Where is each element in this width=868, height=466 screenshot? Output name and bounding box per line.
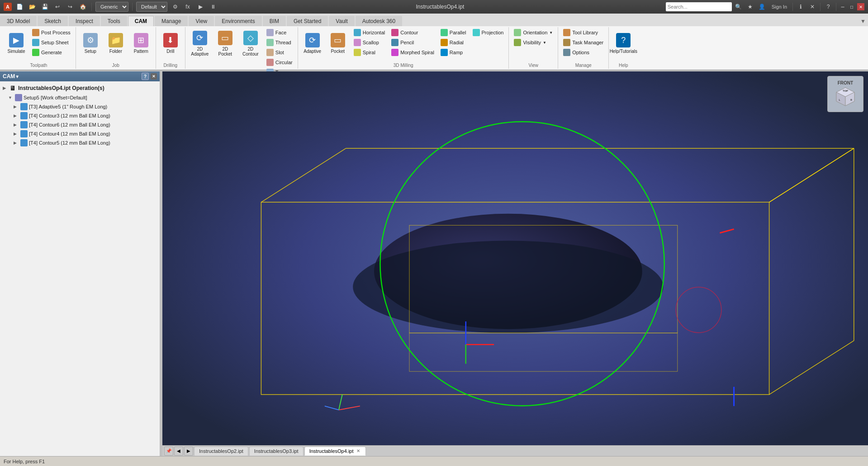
new-btn[interactable]: 📄 [14,2,24,12]
op4-expander[interactable]: ▶ [14,141,19,145]
scallop-btn[interactable]: Scallop [351,38,388,47]
setup-expander[interactable]: ▼ [8,95,14,100]
setup-sheet-btn[interactable]: Setup Sheet [30,38,73,47]
thread-btn[interactable]: Thread [264,38,295,47]
op2-expander[interactable]: ▶ [14,122,19,127]
spiral-btn[interactable]: Spiral [351,48,388,57]
tab-op4[interactable]: InstructablesOp4.ipt ✕ [304,447,366,456]
tab-cam[interactable]: CAM [128,16,154,26]
tree-op-2[interactable]: ▶ [T4] Contour6 (12 mm Ball EM Long) [12,120,159,129]
tab-sketch[interactable]: Sketch [38,16,68,26]
ribbon-expand-btn[interactable]: ▼ [858,16,868,26]
tab-nav-prev[interactable]: 📌 [164,447,173,456]
open-btn[interactable]: 📂 [27,2,37,12]
viewcube[interactable]: FRONT TOP L R [827,76,863,112]
group-2dmilling: ⟳ 2D Adaptive ▭ 2D Pocket ◇ 2D Contour F… [185,27,298,69]
setup-btn[interactable]: ⚙ Setup [79,28,102,59]
face-btn[interactable]: Face [264,28,295,37]
render-dropdown[interactable]: DefaultDefault [136,2,167,12]
adaptive-btn[interactable]: ⟳ Adaptive [301,28,324,59]
tab-vault[interactable]: Vault [329,16,354,26]
save-btn[interactable]: 💾 [40,2,50,12]
contour3d-btn[interactable]: Contour [389,28,436,37]
redo-btn[interactable]: ↪ [65,2,75,12]
run-btn[interactable]: ▶ [195,2,205,12]
pocket3d-btn[interactable]: ▭ Pocket [326,28,350,59]
undo-btn[interactable]: ↩ [52,2,62,12]
app-icon[interactable]: A [4,3,12,11]
tab-3dmodel[interactable]: 3D Model [0,16,37,26]
search-icon[interactable]: 🔍 [734,2,744,12]
group-drilling-content: ⬇ Drill [159,28,182,62]
info-icon[interactable]: ℹ [796,2,806,12]
tree-op-3[interactable]: ▶ [T4] Contour4 (12 mm Ball EM Long) [12,129,159,138]
op3-expander[interactable]: ▶ [14,132,19,136]
tree-setup[interactable]: ▼ Setup5 [Work offset=Default] [6,93,159,102]
fx-btn[interactable]: fx [183,2,193,12]
drill-btn[interactable]: ⬇ Drill [159,28,182,59]
help-icon[interactable]: ? [823,2,833,12]
tab-view[interactable]: View [189,16,214,26]
root-expander[interactable]: ▶ [3,86,8,90]
ribbon-tabs: 3D Model Sketch Inspect Tools CAM Manage… [0,14,868,26]
op0-expander[interactable]: ▶ [14,104,19,109]
parallel-btn[interactable]: Parallel [438,28,469,37]
tab-inspect[interactable]: Inspect [69,16,100,26]
2dadaptive-btn[interactable]: ⟳ 2D Adaptive [188,28,212,59]
tab-tools[interactable]: Tools [101,16,127,26]
signin-btn[interactable]: Sign In [769,4,790,9]
post-process-btn[interactable]: Post Process [30,28,73,37]
minimize-btn[interactable]: ─ [839,3,846,10]
visibility-btn[interactable]: Visibility ▼ [512,38,555,47]
tab-bim[interactable]: BIM [263,16,286,26]
tab-environments[interactable]: Environments [215,16,261,26]
task-manager-btn[interactable]: Task Manager [561,38,606,47]
radial-btn[interactable]: Radial [438,38,469,47]
settings-btn[interactable]: ⚙ [170,2,180,12]
search-input[interactable] [666,2,732,11]
viewport[interactable]: FRONT TOP L R [162,71,868,456]
user-icon[interactable]: 👤 [757,2,767,12]
debug-btn[interactable]: ⏸ [208,2,218,12]
tab-getstarted[interactable]: Get Started [287,16,328,26]
maximize-btn[interactable]: □ [848,3,855,10]
tab-autodesk360[interactable]: Autodesk 360 [356,16,402,26]
favorites-icon[interactable]: ★ [745,2,755,12]
tab-op4-close[interactable]: ✕ [356,448,361,454]
tab-manage[interactable]: Manage [155,16,188,26]
tree-op-1[interactable]: ▶ [T4] Contour3 (12 mm Ball EM Long) [12,111,159,120]
simulate-btn[interactable]: ▶ Simulate [5,28,28,59]
options-btn[interactable]: Options [561,48,606,57]
horizontal-btn[interactable]: Horizontal [351,28,388,37]
help-tutorials-btn[interactable]: ? Help/Tutorials [612,28,635,59]
ramp-btn[interactable]: Ramp [438,48,469,57]
tab-op3[interactable]: InstructablesOp3.ipt [249,447,304,456]
home-btn[interactable]: 🏠 [78,2,88,12]
tree-op-0[interactable]: ▶ [T3] Adaptive5 (1" Rough EM Long) [12,102,159,111]
projection-btn[interactable]: Projection [470,28,506,37]
tab-nav-left[interactable]: ◀ [174,447,183,456]
3dmilling-col2: Contour Pencil Morphed Spiral [389,28,436,57]
morphed-spiral-btn[interactable]: Morphed Spiral [389,48,436,57]
pattern-btn[interactable]: ⊞ Pattern [129,28,153,59]
tab-nav-right[interactable]: ▶ [184,447,193,456]
sidebar-resize-handle[interactable] [160,71,162,456]
folder-btn[interactable]: 📁 Folder [104,28,128,59]
workspace-dropdown[interactable]: GenericGeneric [95,2,128,12]
slot-btn[interactable]: Slot [264,48,295,57]
orientation-btn[interactable]: Orientation ▼ [512,28,555,37]
sidebar-close-btn[interactable]: ✕ [151,73,157,80]
pencil-btn[interactable]: Pencil [389,38,436,47]
tool-library-btn[interactable]: Tool Library [561,28,606,37]
tree-op-4[interactable]: ▶ [T4] Contour5 (12 mm Ball EM Long) [12,138,159,147]
tree-root[interactable]: ▶ 🖥 InstructablesOp4.ipt Operation(s) [1,83,159,93]
2dcontour-btn[interactable]: ◇ 2D Contour [239,28,262,59]
circular-btn[interactable]: Circular [264,58,295,67]
close-btn[interactable]: ✕ [857,3,864,10]
2dpocket-btn[interactable]: ▭ 2D Pocket [213,28,237,59]
sidebar-help-btn[interactable]: ? [142,73,149,80]
op1-expander[interactable]: ▶ [14,113,19,118]
tab-op2[interactable]: InstructablesOp2.ipt [194,447,248,456]
close-window-icon[interactable]: ✕ [807,2,817,12]
generate-btn[interactable]: Generate [30,48,73,57]
